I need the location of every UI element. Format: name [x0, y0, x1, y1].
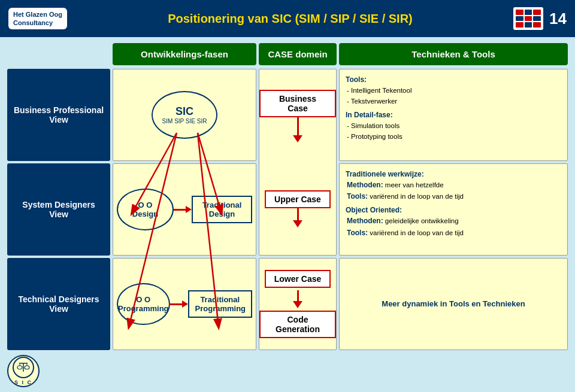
arrow-right-head: [186, 206, 192, 213]
lower-case-box: Lower Case: [265, 270, 331, 288]
footer-sic-label: S I C: [14, 379, 32, 385]
horiz-line-3: [170, 303, 182, 305]
header-title: Positionering van SIC (SIM / SIP / SIE /…: [67, 12, 513, 26]
case-combined-cell: Business Case Upper Case: [259, 69, 337, 256]
oo-tools-label: Tools:: [347, 229, 368, 237]
tools-detail-label: In Detail-fase:: [346, 111, 393, 119]
tools-detail-item-2: - Prototyping tools: [347, 131, 561, 142]
business-case-section: Business Case: [259, 69, 336, 162]
row3-label-text: Technical Designers View: [12, 294, 105, 314]
content-grid: Business Professional View SIC SIM SIP S…: [7, 69, 568, 350]
row1-tools-cell: Tools: - Intelligent Tekentool - Tekstve…: [339, 69, 568, 161]
case-arrow-1: [293, 117, 302, 142]
sic-sub: SIM SIP SIE SIR: [162, 118, 207, 124]
row3-tools-text: Meer dynamiek in Tools en Technieken: [382, 298, 525, 310]
row1-dev-cell: SIC SIM SIP SIE SIR: [113, 69, 256, 161]
column-headers: Ontwikkelings-fasen CASE domein Techniek…: [7, 43, 568, 65]
row3-horiz-arrow: [170, 300, 188, 308]
oo-label: Object Oriented:: [346, 205, 561, 215]
lower-case-label: Lower Case: [274, 274, 322, 284]
sic-title: SIC: [175, 105, 193, 118]
trad-tools-val: variërend in de loop van de tijd: [370, 193, 464, 200]
row1-label: Business Professional View: [7, 69, 110, 161]
arrow-line-1: [297, 117, 299, 135]
tools-detail-label-text: In Detail-fase:: [346, 111, 393, 119]
tools-section-2: In Detail-fase: - Simulation tools - Pro…: [346, 110, 561, 142]
lower-case-arrow: [293, 290, 302, 308]
trad-design-box: Traditional Design: [192, 196, 252, 223]
code-gen-label: Code Generation: [276, 315, 320, 334]
row2-label: System Designers View: [7, 163, 110, 256]
tools-detail-items: - Simulation tools - Prototyping tools: [347, 120, 561, 142]
arrow-right-head-3: [182, 300, 188, 308]
logo: Het Glazen Oog Consultancy: [8, 8, 67, 30]
svg-point-3: [25, 366, 29, 369]
col-header-tools: Technieken & Tools: [339, 43, 568, 65]
business-case-box: Business Case: [259, 90, 336, 117]
arrow-head-2: [293, 220, 302, 227]
upper-case-label: Upper Case: [274, 195, 321, 204]
oo-design-container: O ODesign: [117, 189, 174, 230]
row2-tools-cell: Traditionele werkwijze: Methoden: meer v…: [339, 163, 568, 256]
trad-werkwijze-section: Traditionele werkwijze: Methoden: meer v…: [346, 169, 561, 202]
row1-label-text: Business Professional View: [12, 105, 105, 124]
sic-oval: SIC SIM SIP SIE SIR: [152, 91, 217, 139]
business-case-label: Business Case: [269, 94, 326, 113]
row3-dev-cell: O OProgramming Traditional Programming: [113, 258, 256, 350]
tools-section-1: Tools: - Intelligent Tekentool - Tekstve…: [346, 74, 561, 107]
trad-tools-label: Tools:: [347, 192, 368, 200]
oo-design-oval: O ODesign: [117, 189, 174, 230]
oo-tools-val: variërend in de loop van de tijd: [370, 229, 464, 236]
upper-case-box: Upper Case: [265, 190, 331, 208]
grid-icon: [513, 7, 543, 30]
trad-programming-box: Traditional Programming: [188, 290, 252, 318]
horiz-line: [174, 209, 186, 211]
col-header-ontwikkeling: Ontwikkelings-fasen: [113, 43, 256, 65]
row2-dev-cell: O ODesign Traditional Design: [113, 163, 256, 256]
row2-horiz-arrow: [174, 206, 192, 213]
oo-section: Object Oriented: Methoden: geleidelijke …: [346, 205, 561, 238]
oo-tools: Tools: variërend in de loop van de tijd: [347, 227, 561, 239]
upper-case-section: Upper Case: [265, 162, 331, 255]
footer: S I C: [7, 354, 568, 388]
trad-tools: Tools: variërend in de loop van de tijd: [347, 191, 561, 202]
oo-methoden-val: geleidelijke ontwikkeling: [385, 217, 459, 224]
oo-methoden-label: Methoden:: [347, 217, 383, 225]
oo-programming-oval: O OProgramming: [117, 283, 170, 325]
trad-methoden-val: meer van hetzelfde: [385, 181, 444, 189]
oo-methoden: Methoden: geleidelijke ontwikkeling: [347, 215, 561, 227]
col-header-empty: [7, 43, 110, 65]
tools-label-1: Tools:: [346, 75, 367, 84]
tools-detail-item-1: - Simulation tools: [347, 120, 561, 131]
case-lower-cell: Lower Case Code Generation: [259, 258, 337, 350]
code-gen-box: Code Generation: [259, 311, 336, 338]
header-right: 14: [513, 7, 567, 30]
footer-sic-inner: [13, 357, 34, 378]
row2-label-text: System Designers View: [12, 200, 105, 219]
lower-arrow-head: [293, 301, 302, 308]
tools-detail-1: - Intelligent Tekentool - Tekstverwerker: [347, 85, 561, 107]
trad-methoden-label: Methoden:: [347, 181, 383, 189]
footer-sic-outer: S I C: [7, 355, 40, 387]
header: Het Glazen Oog Consultancy Positionering…: [0, 0, 575, 37]
lower-arrow-line: [297, 290, 299, 301]
col-header-case: CASE domein: [259, 43, 337, 65]
trad-methods-detail: Methoden: meer van hetzelfde Tools: vari…: [347, 180, 561, 202]
trad-methods-label: Traditionele werkwijze:: [346, 169, 561, 180]
trad-methoden: Methoden: meer van hetzelfde: [347, 180, 561, 191]
logo-line2: Consultancy: [13, 19, 53, 26]
oo-detail: Methoden: geleidelijke ontwikkeling Tool…: [347, 215, 561, 238]
page-number: 14: [549, 10, 567, 28]
footer-scales-icon: [17, 362, 30, 373]
arrow-line-2: [297, 208, 299, 220]
row3-label: Technical Designers View: [7, 258, 110, 350]
tools-item-2: - Tekstverwerker: [347, 96, 561, 107]
case-arrow-2: [293, 208, 302, 227]
svg-point-2: [17, 366, 22, 369]
main-content: Ontwikkelings-fasen CASE domein Techniek…: [0, 37, 575, 392]
tools-item-1: - Intelligent Tekentool: [347, 85, 561, 96]
row3-tools-cell: Meer dynamiek in Tools en Technieken: [339, 258, 568, 350]
logo-line1: Het Glazen Oog: [13, 11, 62, 18]
arrow-head-1: [293, 135, 302, 142]
